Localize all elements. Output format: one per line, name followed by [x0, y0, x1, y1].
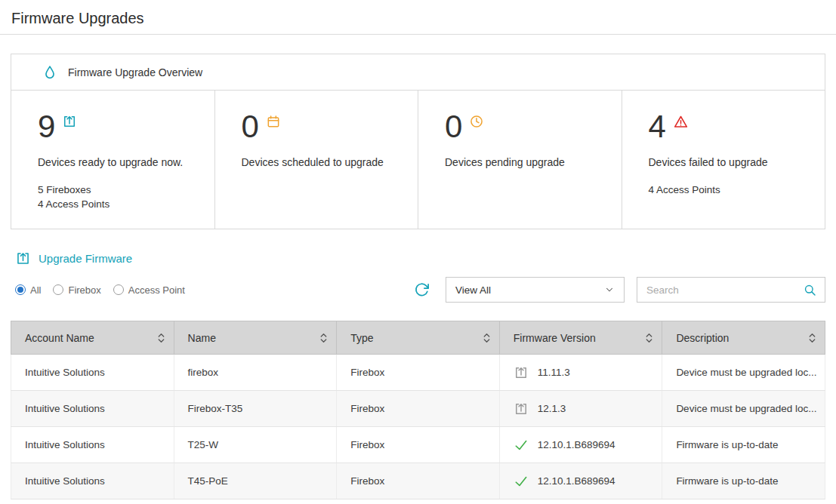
refresh-button[interactable]	[413, 281, 430, 299]
upgrade-firmware-label: Upgrade Firmware	[39, 252, 132, 265]
cell-description: Device must be upgraded loc...	[662, 391, 825, 427]
radio-label: Access Point	[128, 284, 185, 296]
search-input[interactable]	[646, 284, 803, 296]
stat-label: Devices pending upgrade	[445, 156, 608, 168]
cell-type: Firebox	[337, 391, 500, 427]
sort-icon[interactable]	[319, 330, 329, 346]
overview-card-title: Firmware Upgrade Overview	[68, 66, 202, 78]
overview-card-header: Firmware Upgrade Overview	[11, 54, 825, 91]
stat-value: 4	[649, 110, 666, 143]
search-icon[interactable]	[803, 283, 817, 297]
stat-label: Devices ready to upgrade now.	[38, 156, 201, 168]
sort-icon[interactable]	[482, 330, 492, 346]
table-header-row: Account Name Name Type Firmware Version …	[11, 321, 825, 355]
clock-icon	[469, 114, 484, 129]
stat-pending-upgrade: 0 Devices pending upgrade	[418, 91, 622, 229]
chevron-down-icon	[604, 284, 615, 295]
table-row[interactable]: Intuitive Solutions T25-W Firebox 12.10.…	[11, 427, 825, 463]
device-table: Account Name Name Type Firmware Version …	[11, 321, 825, 499]
radio-button-icon[interactable]	[15, 284, 26, 295]
overview-stats: 9 Devices ready to upgrade now. 5 Firebo…	[11, 91, 825, 229]
calendar-icon	[266, 114, 281, 129]
stat-value: 0	[445, 110, 462, 143]
stat-details: 4 Access Points	[649, 183, 812, 198]
stat-detail-access-points: 4 Access Points	[649, 183, 812, 198]
cell-firmware-version: 12.10.1.B689694	[499, 427, 662, 463]
radio-label: All	[30, 284, 41, 296]
device-type-radio-group: All Firebox Access Point	[15, 284, 197, 296]
radio-label: Firebox	[68, 284, 100, 296]
cell-name: Firebox-T35	[174, 391, 337, 427]
cell-type: Firebox	[337, 355, 500, 391]
radio-all[interactable]: All	[15, 284, 41, 296]
radio-button-icon[interactable]	[53, 284, 63, 295]
warning-icon	[673, 114, 689, 130]
sort-icon[interactable]	[156, 330, 166, 346]
cell-firmware-version: 11.11.3	[499, 355, 662, 391]
check-icon	[514, 474, 529, 489]
cell-type: Firebox	[337, 463, 500, 499]
droplet-icon	[42, 64, 58, 81]
stat-scheduled-to-upgrade: 0 Devices scheduled to upgrade	[214, 91, 418, 229]
cell-name: firebox	[174, 355, 337, 391]
column-header-description[interactable]: Description	[662, 321, 825, 355]
sort-icon[interactable]	[807, 330, 817, 346]
column-header-name[interactable]: Name	[174, 321, 337, 355]
stat-value: 9	[38, 110, 55, 143]
cell-account-name: Intuitive Solutions	[11, 391, 174, 427]
toolbar-right: View All	[413, 277, 825, 303]
cell-type: Firebox	[337, 427, 500, 463]
cell-description: Firmware is up-to-date	[662, 427, 825, 463]
radio-access-point[interactable]: Access Point	[113, 284, 185, 296]
stat-detail-fireboxes: 5 Fireboxes	[38, 183, 201, 198]
upload-icon	[514, 365, 529, 380]
page-title: Firmware Upgrades	[11, 10, 825, 27]
view-all-select[interactable]: View All	[446, 277, 625, 303]
upload-icon	[15, 250, 31, 266]
column-header-account-name[interactable]: Account Name	[11, 321, 174, 355]
table-row[interactable]: Intuitive Solutions Firebox-T35 Firebox …	[11, 391, 825, 427]
cell-name: T25-W	[174, 427, 337, 463]
radio-button-icon[interactable]	[113, 284, 124, 295]
cell-firmware-version: 12.1.3	[499, 391, 662, 427]
check-icon	[514, 438, 529, 453]
upload-icon	[514, 401, 529, 416]
stat-ready-to-upgrade: 9 Devices ready to upgrade now. 5 Firebo…	[11, 91, 214, 229]
stat-label: Devices failed to upgrade	[649, 156, 812, 168]
stat-details: 5 Fireboxes 4 Access Points	[38, 183, 201, 212]
stat-failed-to-upgrade: 4 Devices failed to upgrade 4 Access Poi…	[622, 91, 825, 229]
upgrade-firmware-button[interactable]: Upgrade Firmware	[15, 250, 132, 266]
cell-account-name: Intuitive Solutions	[11, 463, 174, 499]
radio-firebox[interactable]: Firebox	[53, 284, 100, 296]
firmware-overview-card: Firmware Upgrade Overview 9 Devices read…	[11, 54, 825, 229]
page-header: Firmware Upgrades	[0, 0, 836, 35]
cell-description: Firmware is up-to-date	[662, 463, 825, 499]
cell-description: Device must be upgraded loc...	[662, 355, 825, 391]
cell-name: T45-PoE	[174, 463, 337, 499]
sort-icon[interactable]	[644, 330, 654, 346]
search-box	[637, 277, 825, 303]
table-row[interactable]: Intuitive Solutions T45-PoE Firebox 12.1…	[11, 463, 825, 499]
upload-icon	[62, 114, 77, 129]
stat-value: 0	[242, 110, 259, 143]
filter-toolbar: All Firebox Access Point View All	[15, 277, 825, 303]
table-row[interactable]: Intuitive Solutions firebox Firebox 11.1…	[11, 355, 825, 391]
view-all-select-value: View All	[455, 284, 491, 296]
stat-label: Devices scheduled to upgrade	[242, 156, 405, 168]
cell-account-name: Intuitive Solutions	[11, 355, 174, 391]
cell-firmware-version: 12.10.1.B689694	[499, 463, 662, 499]
column-header-firmware-version[interactable]: Firmware Version	[499, 321, 662, 355]
cell-account-name: Intuitive Solutions	[11, 427, 174, 463]
column-header-type[interactable]: Type	[337, 321, 500, 355]
stat-detail-access-points: 4 Access Points	[38, 198, 201, 212]
